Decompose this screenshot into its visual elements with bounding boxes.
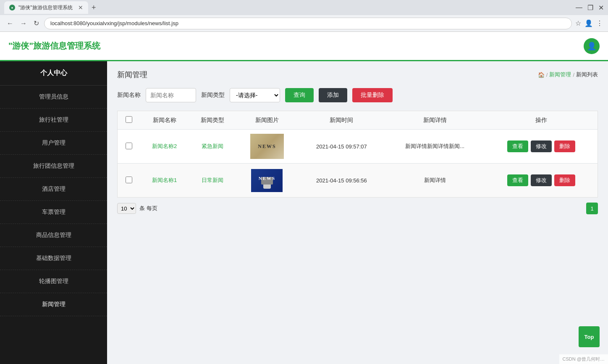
row1-view-button[interactable]: 查看 [507, 140, 528, 152]
user-avatar[interactable]: 👤 [584, 38, 600, 54]
breadcrumb-sep2: / [573, 72, 574, 78]
sidebar-item-goods-mgmt[interactable]: 商品信息管理 [0, 224, 107, 247]
window-controls: — ❐ ✕ [576, 4, 604, 12]
row1-type-text: 紧急新闻 [202, 143, 223, 149]
csdn-watermark: CSDN @曾几何时… [559, 354, 608, 364]
query-button[interactable]: 查询 [285, 88, 314, 102]
app-header: "游侠"旅游信息管理系统 👤 [0, 32, 608, 61]
back-button[interactable]: ← [5, 18, 15, 29]
per-page-select[interactable]: 10 20 50 [117, 203, 136, 214]
table-header-type: 新闻类型 [189, 111, 236, 130]
row2-img: NEWS [236, 164, 298, 198]
row2-edit-button[interactable]: 修改 [531, 174, 552, 186]
menu-icon[interactable]: ⋮ [596, 19, 603, 27]
table-header-action: 操作 [485, 111, 598, 130]
row1-edit-button[interactable]: 修改 [531, 140, 552, 152]
breadcrumb-home-icon[interactable]: 🏠 [538, 72, 545, 78]
sidebar-item-tour-group[interactable]: 旅行团信息管理 [0, 155, 107, 178]
search-type-select[interactable]: -请选择- 紧急新闻 日常新闻 [230, 88, 280, 102]
app-title: "游侠"旅游信息管理系统 [8, 40, 100, 52]
breadcrumb: 🏠 / 新闻管理 / 新闻列表 [538, 71, 598, 78]
row1-img-text: NEWS [258, 143, 276, 150]
table-header-img: 新闻图片 [236, 111, 298, 130]
close-button[interactable]: ✕ [598, 4, 604, 12]
data-table: 新闻名称 新闻类型 新闻图片 新闻时间 新闻详情 操作 [117, 111, 598, 198]
breadcrumb-news-link[interactable]: 新闻管理 [549, 71, 571, 78]
row1-time: 2021-04-15 09:57:07 [298, 130, 385, 164]
row1-news-image: NEWS [250, 134, 284, 159]
row2-view-button[interactable]: 查看 [507, 174, 528, 186]
row2-type-text: 日常新闻 [202, 177, 223, 183]
refresh-button[interactable]: ↻ [32, 18, 41, 29]
main-content: 新闻管理 🏠 / 新闻管理 / 新闻列表 新闻名称 新闻类型 -请选择- 紧急新… [107, 61, 608, 364]
row1-name: 新闻名称2 [140, 130, 189, 164]
addressbar-icons: ☆ 👤 ⋮ [575, 19, 603, 27]
row2-name-link[interactable]: 新闻名称1 [152, 177, 177, 183]
browser-tab[interactable]: ● "游侠"旅游信息管理系统 ✕ [4, 1, 88, 14]
add-button[interactable]: 添加 [319, 88, 347, 102]
row2-name: 新闻名称1 [140, 164, 189, 198]
row2-checkbox-cell [118, 164, 140, 198]
row1-detail-text: 新闻详情新闻详情新闻... [405, 143, 464, 149]
search-name-input[interactable] [146, 88, 196, 102]
row2-detail: 新闻详情 [385, 164, 485, 198]
row2-time: 2021-04-15 09:56:56 [298, 164, 385, 198]
tab-close-btn[interactable]: ✕ [78, 5, 83, 10]
minimize-button[interactable]: — [576, 4, 582, 11]
sidebar-item-hotel-mgmt[interactable]: 酒店管理 [0, 178, 107, 201]
user-icon[interactable]: 👤 [584, 19, 593, 27]
browser-titlebar: ● "游侠"旅游信息管理系统 ✕ + — ❐ ✕ [0, 0, 608, 15]
row1-action-btns: 查看 修改 删除 [489, 140, 593, 152]
row2-img-placeholder: NEWS [250, 168, 284, 193]
pagination-bar: 10 20 50 条 每页 1 [117, 203, 598, 214]
maximize-button[interactable]: ❐ [587, 4, 593, 12]
tab-title: "游侠"旅游信息管理系统 [18, 4, 73, 11]
page-title: 新闻管理 [117, 70, 147, 80]
row1-img-placeholder: NEWS [250, 134, 284, 159]
sidebar-item-news-mgmt[interactable]: 新闻管理 [0, 293, 107, 316]
sidebar-title: 个人中心 [0, 61, 107, 86]
row1-actions: 查看 修改 删除 [485, 130, 598, 164]
row2-type: 日常新闻 [189, 164, 236, 198]
row2-delete-button[interactable]: 删除 [554, 174, 575, 186]
per-page-label: 条 每页 [139, 205, 157, 212]
sidebar-item-ticket-mgmt[interactable]: 车票管理 [0, 201, 107, 224]
page-1-button[interactable]: 1 [586, 203, 598, 214]
table-header-name: 新闻名称 [140, 111, 189, 130]
table-header-detail: 新闻详情 [385, 111, 485, 130]
breadcrumb-sep1: / [546, 72, 548, 78]
row2-actions: 查看 修改 删除 [485, 164, 598, 198]
new-tab-button[interactable]: + [88, 3, 100, 12]
search-bar: 新闻名称 新闻类型 -请选择- 紧急新闻 日常新闻 查询 添加 批量删除 [117, 88, 598, 102]
row1-name-link[interactable]: 新闻名称2 [152, 143, 177, 149]
table-row: 新闻名称1 日常新闻 [118, 164, 598, 198]
sidebar-item-carousel-mgmt[interactable]: 轮播图管理 [0, 270, 107, 293]
batch-delete-button[interactable]: 批量删除 [352, 88, 393, 102]
search-type-label: 新闻类型 [201, 91, 225, 99]
forward-button[interactable]: → [18, 18, 29, 29]
row1-checkbox-cell [118, 130, 140, 164]
bookmark-icon[interactable]: ☆ [575, 19, 581, 27]
search-name-label: 新闻名称 [117, 91, 141, 99]
row2-news-image: NEWS [251, 169, 283, 192]
table-header-checkbox [118, 111, 140, 130]
select-all-checkbox[interactable] [126, 116, 132, 123]
breadcrumb-current: 新闻列表 [576, 71, 598, 78]
sidebar-item-base-data[interactable]: 基础数据管理 [0, 247, 107, 270]
row1-delete-button[interactable]: 删除 [554, 140, 575, 152]
sidebar-item-admin-info[interactable]: 管理员信息 [0, 86, 107, 109]
sidebar: 个人中心 管理员信息 旅行社管理 用户管理 旅行团信息管理 酒店管理 车票管理 … [0, 61, 107, 364]
address-bar[interactable] [44, 18, 572, 29]
row1-detail: 新闻详情新闻详情新闻... [385, 130, 485, 164]
table-row: 新闻名称2 紧急新闻 NEWS [118, 130, 598, 164]
tab-favicon: ● [9, 5, 15, 10]
sidebar-item-user-mgmt[interactable]: 用户管理 [0, 132, 107, 155]
sidebar-item-travel-agency[interactable]: 旅行社管理 [0, 109, 107, 132]
pagination-nums: 1 [586, 203, 598, 214]
row2-detail-text: 新闻详情 [424, 177, 446, 183]
table-header-time: 新闻时间 [298, 111, 385, 130]
row1-checkbox[interactable] [126, 143, 132, 149]
row2-checkbox[interactable] [126, 177, 132, 183]
top-button[interactable]: Top [579, 326, 600, 347]
page-header: 新闻管理 🏠 / 新闻管理 / 新闻列表 [117, 70, 598, 80]
